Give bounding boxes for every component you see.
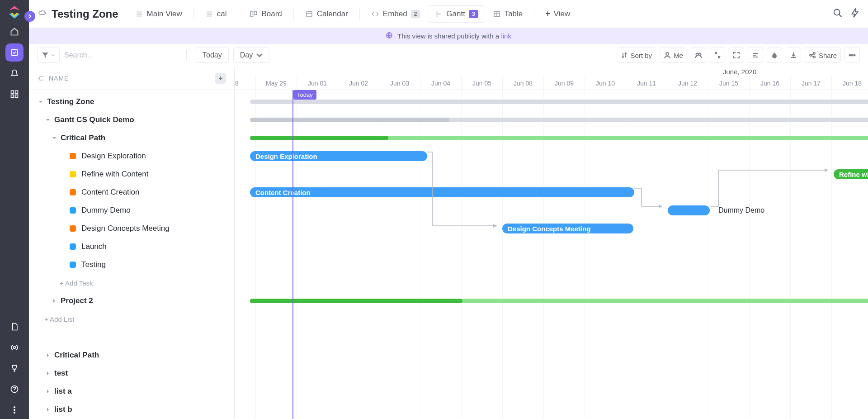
left-nav [0,0,29,419]
svg-point-24 [854,55,855,56]
tree-row[interactable]: list a [29,382,234,400]
svg-point-18 [698,53,701,56]
svg-point-16 [666,52,669,55]
nav-help[interactable] [5,380,24,398]
gantt-bar-label: Dummy Demo [718,205,764,215]
tree-row-label: Launch [81,242,107,251]
tab-board[interactable]: Board [243,5,288,23]
add-item[interactable]: + Add Task [29,274,234,292]
gantt-toolbar: Today Day Sort by Me Share [29,44,868,67]
me-filter-button[interactable]: Me [660,48,687,63]
today-button[interactable]: Today [196,48,229,63]
tab-main-view[interactable]: Main View [128,5,189,23]
svg-point-7 [14,407,15,408]
tree-row-label: Gantt CS Quick Demo [54,115,134,124]
download-button[interactable] [786,48,801,63]
search-icon[interactable] [833,8,843,20]
summary-bar[interactable] [250,299,462,303]
nav-tasks[interactable] [5,43,24,62]
globe-icon [386,32,393,40]
svg-rect-1 [11,91,14,94]
gantt-chart[interactable]: June, 2020 28May 29Jun 01Jun 02Jun 03Jun… [235,67,868,419]
hierarchy-icon [37,75,44,82]
name-column-header: NAME [49,75,69,82]
tab-gantt[interactable]: Gantt3 [428,5,485,23]
collapse-button[interactable] [710,48,725,63]
nav-dashboards[interactable] [5,85,24,103]
tab-embed[interactable]: Embed2 [364,5,427,23]
tree-row-label: Design Concepts Meeting [81,224,170,233]
add-view-button[interactable]: +View [539,5,576,22]
gantt-bar[interactable]: Design Concepts Meeting [502,224,633,233]
tree-row-label: Critical Path [54,351,99,360]
tree-row-label: + Add List [44,315,74,323]
summary-bar[interactable] [250,118,449,122]
tree-row[interactable]: Critical Path [29,346,234,364]
tab-calendar[interactable]: Calendar [298,5,355,23]
svg-point-14 [834,9,840,15]
tree-row[interactable]: list b [29,400,234,419]
gantt-bar[interactable]: Design Exploration [250,151,427,161]
tree-row[interactable]: Gantt CS Quick Demo [29,111,234,129]
app-logo[interactable] [7,5,22,20]
sort-by-button[interactable]: Sort by [617,48,656,63]
tree-row-label: Testing Zone [47,97,94,106]
tree-row-label: list a [54,387,72,396]
svg-rect-11 [255,11,257,15]
tree-header: NAME [29,67,234,90]
tree-row[interactable]: Critical Path [29,129,234,147]
filter-button[interactable] [37,48,60,63]
zoom-scale-select[interactable]: Day [233,48,269,63]
automations-icon[interactable] [850,8,860,20]
tab-cal[interactable]: cal [198,5,234,23]
tree-row[interactable]: Project 2 [29,292,234,310]
nav-home[interactable] [5,23,24,41]
svg-point-8 [14,409,15,411]
svg-rect-10 [251,11,253,17]
assignees-button[interactable] [691,48,706,63]
svg-point-19 [810,54,811,56]
gantt-bar[interactable]: Content Creation [250,187,634,197]
tree-row[interactable]: Content Creation [29,183,234,201]
add-item[interactable]: + Add List [29,310,234,328]
more-menu-button[interactable] [844,48,860,63]
tree-row[interactable]: Design Concepts Meeting [29,219,234,238]
tree-row-label: Dummy Demo [81,206,131,215]
svg-point-21 [813,56,815,58]
nav-notifications[interactable] [5,64,24,82]
expand-nav-button[interactable] [24,11,35,22]
svg-rect-12 [307,11,312,16]
tree-row[interactable]: Testing [29,256,234,274]
banner-text: This view is shared publicly with a link [397,32,511,40]
tree-row[interactable]: Design Exploration [29,147,234,165]
nav-docs[interactable] [5,318,24,336]
summary-bar[interactable] [250,100,868,104]
tree-row[interactable]: Dummy Demo [29,201,234,219]
search-input[interactable] [64,48,177,63]
scale-month: June, 2020 [235,67,868,76]
gantt-bar[interactable]: Refine with Content [834,169,868,179]
gantt-bar[interactable] [668,205,710,215]
add-column-button[interactable] [215,73,226,84]
share-button[interactable]: Share [805,48,841,63]
tree-row[interactable]: Launch [29,238,234,256]
summary-bar[interactable] [250,136,388,140]
tree-row-label: test [54,369,68,378]
tree-row[interactable]: test [29,364,234,382]
color-button[interactable] [767,48,782,63]
nav-more[interactable] [5,401,24,419]
tree-row-label: Refine with Content [81,170,148,179]
tree-row-label: + Add Task [60,279,93,287]
tree-row-label: Project 2 [61,296,93,305]
nav-pulse[interactable] [5,338,24,357]
view-tabs: Main View cal Board Calendar Embed2 Gant… [128,5,577,23]
banner-link[interactable]: link [501,32,511,40]
svg-point-22 [849,55,851,56]
tree-row[interactable]: Refine with Content [29,165,234,183]
settings-bars-button[interactable] [748,48,763,63]
svg-rect-3 [11,95,14,98]
tab-table[interactable]: Table [486,5,530,23]
nav-goals[interactable] [5,359,24,377]
tree-row[interactable]: Testing Zone [29,93,234,111]
fullscreen-button[interactable] [729,48,744,63]
